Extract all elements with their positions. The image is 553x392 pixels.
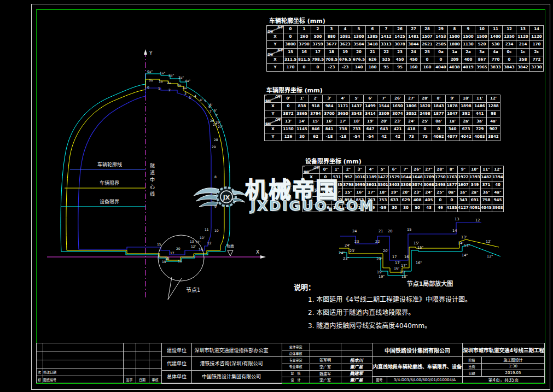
point-label: 12 (475, 218, 480, 223)
coordinate-cell: 1499 (364, 103, 377, 110)
point-id-cell: 24' (405, 118, 418, 126)
note-item-2: 2. 本图适用于隧道内直线地段限界。 (308, 307, 415, 317)
coordinate-cell: 3414 (364, 110, 377, 118)
coordinate-cell: 4042 (459, 133, 473, 141)
revision-check: 审核 (149, 376, 161, 383)
coordinate-cell: -23 (325, 64, 339, 72)
unit-value: 港铁技术咨询(深圳)有限公司 (192, 356, 271, 370)
table-row-label: Y (265, 133, 282, 141)
point-id-cell: 2c (530, 49, 544, 56)
point-label: 10 (214, 229, 219, 232)
coordinate-cell: 4077 (446, 133, 459, 141)
coordinate-cell: 1288 (487, 103, 500, 110)
coordinate-cell: 3677 (325, 41, 339, 49)
coordinate-cell: 450 (393, 56, 407, 64)
point-label: 27 (213, 122, 217, 126)
coordinate-cell: 525 (380, 56, 393, 64)
coordinate-cell: 1047 (446, 110, 459, 118)
node1-detail-view: 242322212017161514131224'23'20'19'18'17'… (338, 214, 502, 290)
point-id-cell: 17 (311, 49, 325, 56)
role-name: 张军明 (310, 356, 340, 363)
coordinate-cell: 708.5 (325, 56, 339, 64)
coordinate-cell: 811.5 (298, 56, 311, 64)
point-label: 20" (376, 257, 382, 261)
coordinate-cell: 3843 (503, 64, 516, 72)
coordinate-cell: 1709 (423, 174, 435, 182)
table-row-label: X (267, 56, 284, 64)
equipment-gauge-label: 设备限界 (100, 198, 119, 204)
point-label: 14 (452, 229, 457, 233)
point-id-cell: 11" (481, 166, 492, 174)
coordinate-cell: 1350 (503, 33, 516, 41)
point-label: 12' (191, 244, 196, 248)
table2-title: 车辆限界坐标 (mm) (266, 85, 323, 94)
coordinate-cell: 405 (423, 197, 435, 204)
coordinate-cell: 753 (377, 197, 389, 204)
coordinate-cell: 1081 (339, 33, 352, 41)
coordinate-cell: 408 (412, 197, 423, 204)
role-name: 李广军 (310, 377, 340, 383)
date-label: 日期 (462, 370, 481, 376)
point-id-cell: 23 (393, 49, 407, 56)
coordinate-cell: 0 (503, 56, 516, 64)
coordinate-cell: 1507 (421, 33, 434, 41)
coordinate-cell: 1394 (492, 174, 504, 182)
table-row-label: X (267, 33, 284, 41)
date-value: 2019.05 (482, 370, 544, 376)
coordinate-cell: 3800 (284, 41, 298, 49)
point-label: 16' (394, 266, 399, 271)
coordinate-cell: 98 (487, 110, 500, 118)
point-id-cell: 4 (339, 26, 352, 33)
coordinate-cell: 1877 (446, 182, 458, 189)
coordinate-cell: 2498 (435, 182, 446, 189)
point-id-cell: 28 (421, 26, 434, 33)
coordinate-cell: 4127 (458, 204, 469, 212)
coordinate-cell: 676.5 (339, 56, 352, 64)
coordinate-cell: 3842 (487, 133, 500, 141)
point-label: 3a (177, 83, 182, 87)
unit-label: 总体单位 (162, 370, 191, 383)
coordinate-cell: 838 (295, 103, 309, 110)
point-id-cell: 7" (400, 166, 412, 174)
point-label: 18" (401, 274, 408, 279)
coordinate-cell: 3313 (380, 41, 393, 49)
coordinate-cell: 1500 (448, 33, 462, 41)
point-id-cell: 22 (380, 49, 393, 56)
revision-row2-label: 图纸编号 (43, 376, 87, 383)
coordinate-cell: 371 (481, 182, 492, 189)
coordinate-cell: 450 (407, 56, 421, 64)
coordinate-cell: 3418 (366, 41, 380, 49)
point-label: 17" (401, 264, 407, 268)
coordinate-cell: 0 (435, 197, 446, 204)
point-label: 14" (462, 253, 468, 258)
point-id-cell: 6 (366, 26, 380, 33)
table2-vehicle-gauge-coords: 点号坐标0'1'2'3'4'5'6'7'26'27'28'8'9'10'11'1… (264, 95, 500, 141)
point-label: 17 (170, 251, 174, 255)
point-label: 21 (379, 229, 383, 233)
coordinate-cell: 4019 (462, 64, 475, 72)
coordinate-cell: 3504 (352, 41, 366, 49)
coordinate-cell: 945 (492, 197, 504, 204)
rail-surface-label: 轨面 (226, 243, 234, 248)
point-label: 19 (162, 260, 166, 264)
coordinate-cell: 160 (421, 64, 434, 72)
point-label: 22 (375, 239, 380, 244)
coordinate-cell: 2498 (418, 110, 432, 118)
coordinate-cell: 1412 (380, 33, 393, 41)
coordinate-cell: 1650 (391, 103, 405, 110)
coordinate-cell: 170 (530, 41, 544, 49)
coordinate-cell: 520 (475, 41, 489, 49)
coordinate-cell: 421 (391, 126, 405, 133)
point-label: 20 (388, 229, 392, 233)
role-signature: 杨本川 (341, 356, 371, 363)
point-label: 18' (400, 270, 405, 274)
coordinate-cell: 3068 (423, 182, 435, 189)
coordinate-cell: 4045 (481, 204, 492, 212)
coordinate-cell: 3865 (295, 110, 309, 118)
tunnel-centerline-label: 隧道中心线 (149, 163, 156, 215)
point-id-cell: 20 (352, 49, 366, 56)
point-label: 19" (379, 274, 385, 279)
point-label: 6' (214, 108, 217, 112)
coordinate-cell: 418 (405, 126, 418, 133)
point-label: 5 (204, 99, 206, 103)
